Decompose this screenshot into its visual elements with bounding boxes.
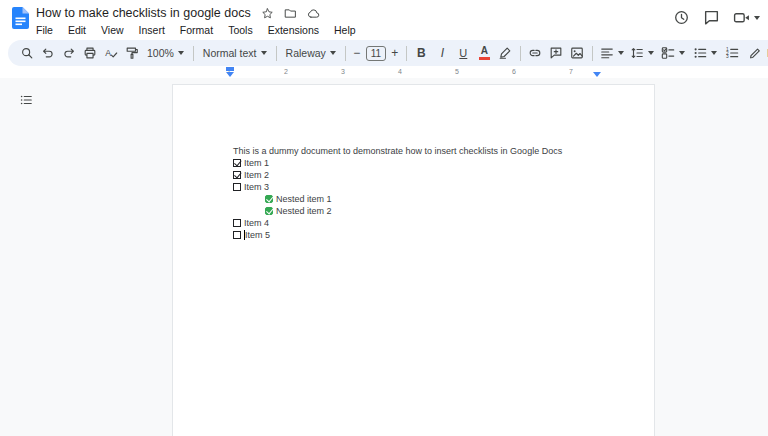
checklist-item-nested[interactable]: Nested item 2 xyxy=(265,205,594,217)
checklist-item[interactable]: Item 5 xyxy=(233,229,594,241)
checkbox-checked-icon[interactable] xyxy=(233,171,241,179)
document-outline-icon xyxy=(19,93,33,107)
menu-bar: File Edit View Insert Format Tools Exten… xyxy=(33,23,359,37)
text-color-button[interactable]: A xyxy=(474,42,495,64)
redo-button[interactable] xyxy=(58,42,79,64)
ruler-number: 6 xyxy=(512,68,516,75)
add-comment-button[interactable] xyxy=(546,42,567,64)
checkbox-checked-icon[interactable] xyxy=(233,159,241,167)
zoom-dropdown[interactable]: 100% xyxy=(142,42,189,64)
meet-camera-icon xyxy=(733,9,750,26)
document-canvas: This is a dummy document to demonstrate … xyxy=(0,78,768,436)
pencil-icon xyxy=(748,46,762,60)
zoom-value: 100% xyxy=(147,47,174,59)
svg-text:A: A xyxy=(105,48,111,58)
title-row: How to make checklists in google docs xyxy=(36,6,320,20)
menu-tools[interactable]: Tools xyxy=(225,23,256,37)
checklist-dropdown[interactable] xyxy=(657,42,689,64)
show-outline-button[interactable] xyxy=(14,88,38,112)
menu-format[interactable]: Format xyxy=(177,23,216,37)
intro-paragraph[interactable]: This is a dummy document to demonstrate … xyxy=(233,145,594,157)
menu-help[interactable]: Help xyxy=(331,23,359,37)
google-docs-logo-icon[interactable] xyxy=(12,7,29,29)
line-spacing-dropdown[interactable] xyxy=(627,42,657,64)
toolbar-separator xyxy=(520,46,521,61)
print-button[interactable] xyxy=(79,42,100,64)
meet-button[interactable] xyxy=(733,9,760,26)
checkbox-unchecked-icon[interactable] xyxy=(233,231,241,239)
left-indent-marker[interactable] xyxy=(226,72,234,77)
paint-format-button[interactable] xyxy=(121,42,142,64)
comments-icon[interactable] xyxy=(703,9,720,26)
ruler-number: 5 xyxy=(455,68,459,75)
bulleted-list-dropdown[interactable] xyxy=(689,42,721,64)
italic-button[interactable]: I xyxy=(432,42,453,64)
chevron-down-icon xyxy=(330,51,336,55)
search-button[interactable] xyxy=(16,42,37,64)
toolbar-separator xyxy=(193,46,194,61)
font-value: Raleway xyxy=(286,47,326,59)
toolbar-separator xyxy=(406,46,407,61)
font-size-input[interactable]: 11 xyxy=(366,46,386,61)
menu-file[interactable]: File xyxy=(33,23,56,37)
menu-extensions[interactable]: Extensions xyxy=(265,23,322,37)
ruler-number: 2 xyxy=(284,68,288,75)
checkbox-unchecked-icon[interactable] xyxy=(233,219,241,227)
toolbar-separator xyxy=(276,46,277,61)
font-dropdown[interactable]: Raleway xyxy=(281,42,341,64)
chevron-down-icon xyxy=(711,51,717,55)
checklist-item-label[interactable]: Item 2 xyxy=(244,169,269,181)
editing-mode-button[interactable]: Editing xyxy=(742,42,768,64)
ruler-number: 3 xyxy=(341,68,345,75)
highlight-color-button[interactable] xyxy=(495,42,516,64)
checklist-item[interactable]: Item 2 xyxy=(233,169,594,181)
top-right-actions xyxy=(673,9,760,26)
align-dropdown[interactable] xyxy=(597,42,627,64)
ruler: 1 2 3 4 5 6 7 xyxy=(0,66,768,78)
top-bar: How to make checklists in google docs Fi… xyxy=(0,0,768,40)
insert-link-button[interactable] xyxy=(525,42,546,64)
checklist-item[interactable]: Item 3 xyxy=(233,181,594,193)
text-color-swatch xyxy=(479,57,490,60)
google-docs-window: How to make checklists in google docs Fi… xyxy=(0,0,768,436)
paragraph-style-value: Normal text xyxy=(203,47,257,59)
bold-button[interactable]: B xyxy=(411,42,432,64)
menu-edit[interactable]: Edit xyxy=(65,23,89,37)
chevron-down-icon xyxy=(754,16,760,20)
chevron-down-icon xyxy=(618,51,624,55)
move-folder-icon[interactable] xyxy=(284,7,297,20)
right-indent-marker[interactable] xyxy=(593,72,601,77)
checklist-item[interactable]: Item 1 xyxy=(233,157,594,169)
cloud-status-icon[interactable] xyxy=(307,7,320,20)
checklist-item-label[interactable]: Item 1 xyxy=(244,157,269,169)
underline-button[interactable]: U xyxy=(453,42,474,64)
checkbox-unchecked-icon[interactable] xyxy=(233,183,241,191)
version-history-icon[interactable] xyxy=(673,9,690,26)
checklist-item-label[interactable]: Item 4 xyxy=(244,217,269,229)
star-icon[interactable] xyxy=(261,7,274,20)
checklist-item-nested[interactable]: Nested item 1 xyxy=(265,193,594,205)
document-title[interactable]: How to make checklists in google docs xyxy=(36,6,251,20)
decrease-font-size-button[interactable]: − xyxy=(350,42,364,64)
checklist-item[interactable]: Item 4 xyxy=(233,217,594,229)
undo-button[interactable] xyxy=(37,42,58,64)
toolbar: A 100% Normal text Raleway − 11 + B I U … xyxy=(8,40,768,66)
document-page[interactable]: This is a dummy document to demonstrate … xyxy=(172,84,655,436)
increase-font-size-button[interactable]: + xyxy=(388,42,402,64)
menu-view[interactable]: View xyxy=(98,23,127,37)
chevron-down-icon xyxy=(178,51,184,55)
chevron-down-icon xyxy=(679,51,685,55)
insert-image-button[interactable] xyxy=(567,42,588,64)
checklist-item-label[interactable]: Nested item 2 xyxy=(276,205,332,217)
checklist-item-label[interactable]: Nested item 1 xyxy=(276,193,332,205)
toolbar-separator xyxy=(345,46,346,61)
checkbox-checked-green-icon[interactable] xyxy=(265,207,273,215)
paragraph-style-dropdown[interactable]: Normal text xyxy=(198,42,272,64)
menu-insert[interactable]: Insert xyxy=(136,23,168,37)
chevron-down-icon xyxy=(261,51,267,55)
checkbox-checked-green-icon[interactable] xyxy=(265,195,273,203)
checklist-item-label[interactable]: Item 3 xyxy=(244,181,269,193)
spell-check-button[interactable]: A xyxy=(100,42,121,64)
first-line-indent-marker[interactable] xyxy=(226,67,234,71)
checklist-item-label[interactable]: Item 5 xyxy=(245,229,270,241)
